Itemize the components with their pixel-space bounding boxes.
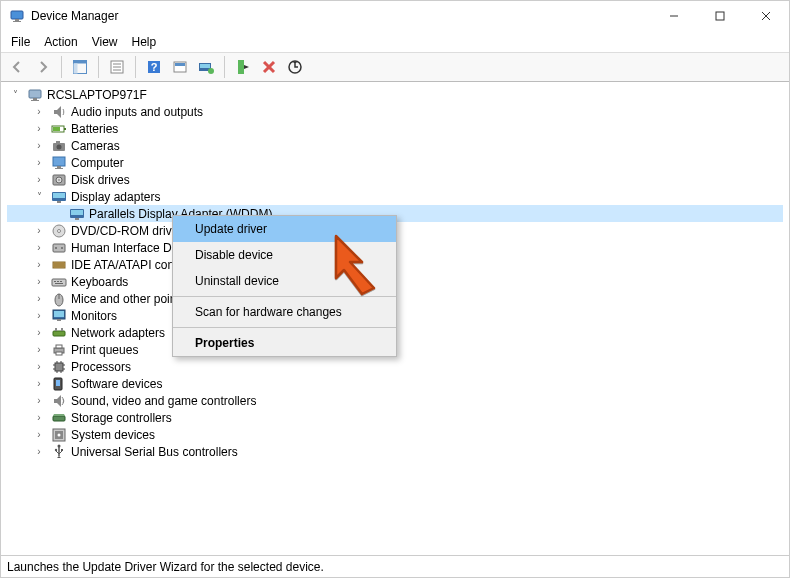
svg-rect-44 <box>71 210 83 215</box>
svg-rect-66 <box>61 328 63 331</box>
svg-rect-58 <box>55 283 63 284</box>
tree-node[interactable]: ›Cameras <box>7 137 783 154</box>
tree-node[interactable]: ›Processors <box>7 358 783 375</box>
expander-icon[interactable]: › <box>31 174 47 185</box>
help-button[interactable]: ? <box>142 55 166 79</box>
svg-rect-57 <box>60 281 62 282</box>
svg-rect-65 <box>55 328 57 331</box>
expander-icon[interactable]: › <box>31 225 47 236</box>
svg-rect-55 <box>54 281 56 282</box>
expander-icon[interactable]: ˅ <box>31 191 47 202</box>
back-button[interactable] <box>5 55 29 79</box>
expander-icon[interactable]: › <box>31 344 47 355</box>
node-label: Software devices <box>71 377 162 391</box>
svg-rect-21 <box>238 60 244 74</box>
expander-icon[interactable]: › <box>31 259 47 270</box>
maximize-button[interactable] <box>697 1 743 31</box>
node-label: Network adapters <box>71 326 165 340</box>
context-menu-item[interactable]: Scan for hardware changes <box>173 299 396 325</box>
expander-icon[interactable]: › <box>31 157 47 168</box>
svg-rect-0 <box>11 11 23 19</box>
update-driver-button[interactable] <box>194 55 218 79</box>
toolbar: ? <box>1 53 789 82</box>
menu-action[interactable]: Action <box>44 35 77 49</box>
node-label: Sound, video and game controllers <box>71 394 256 408</box>
svg-rect-1 <box>15 19 19 21</box>
svg-point-39 <box>58 179 60 181</box>
expander-icon[interactable]: › <box>31 327 47 338</box>
tree-node[interactable]: ›Audio inputs and outputs <box>7 103 783 120</box>
context-menu-separator <box>173 296 396 297</box>
svg-rect-68 <box>56 345 62 348</box>
tree-node[interactable]: ˅Display adapters <box>7 188 783 205</box>
context-menu-item[interactable]: Update driver <box>173 216 396 242</box>
properties-button[interactable] <box>105 55 129 79</box>
tree-node[interactable]: ›System devices <box>7 426 783 443</box>
expander-icon[interactable]: › <box>31 276 47 287</box>
node-label: RCSLAPTOP971F <box>47 88 147 102</box>
menu-view[interactable]: View <box>92 35 118 49</box>
battery-icon <box>51 121 67 137</box>
expander-icon[interactable]: › <box>31 412 47 423</box>
window-title: Device Manager <box>31 9 118 23</box>
app-icon <box>9 8 25 24</box>
menu-file[interactable]: File <box>11 35 30 49</box>
menu-help[interactable]: Help <box>132 35 157 49</box>
keyboard-icon <box>51 274 67 290</box>
expander-icon[interactable]: › <box>31 123 47 134</box>
context-menu-item[interactable]: Uninstall device <box>173 268 396 294</box>
tree-node[interactable]: ›Batteries <box>7 120 783 137</box>
scan-hardware-button[interactable] <box>283 55 307 79</box>
svg-rect-87 <box>61 449 63 451</box>
expander-icon[interactable]: › <box>31 242 47 253</box>
expander-icon[interactable]: › <box>31 378 47 389</box>
context-menu-item[interactable]: Properties <box>173 330 396 356</box>
svg-rect-34 <box>53 157 65 166</box>
expander-icon[interactable]: › <box>31 106 47 117</box>
node-label: DVD/CD-ROM drives <box>71 224 184 238</box>
svg-rect-69 <box>56 352 62 355</box>
forward-button[interactable] <box>31 55 55 79</box>
titlebar: Device Manager <box>1 1 789 31</box>
expander-icon[interactable]: › <box>31 361 47 372</box>
show-hide-tree-button[interactable] <box>68 55 92 79</box>
expander-icon[interactable]: › <box>31 429 47 440</box>
svg-point-32 <box>57 144 62 149</box>
svg-rect-26 <box>33 98 37 100</box>
tree-root[interactable]: ˅RCSLAPTOP971F <box>7 86 783 103</box>
computer-icon <box>51 155 67 171</box>
mouse-icon <box>51 291 67 307</box>
expander-icon[interactable]: › <box>31 310 47 321</box>
node-label: Print queues <box>71 343 138 357</box>
svg-point-86 <box>55 448 57 450</box>
svg-rect-36 <box>55 168 63 169</box>
svg-rect-51 <box>53 262 65 268</box>
svg-rect-25 <box>29 90 41 98</box>
node-label: Batteries <box>71 122 118 136</box>
tree-node[interactable]: ›Disk drives <box>7 171 783 188</box>
node-label: Processors <box>71 360 131 374</box>
tree-node[interactable]: ›Sound, video and game controllers <box>7 392 783 409</box>
expander-icon[interactable]: › <box>31 446 47 457</box>
uninstall-button[interactable] <box>257 55 281 79</box>
tree-node[interactable]: ›Computer <box>7 154 783 171</box>
dvd-icon <box>51 223 67 239</box>
tree-node[interactable]: ›Storage controllers <box>7 409 783 426</box>
svg-text:?: ? <box>151 61 158 73</box>
svg-rect-48 <box>53 244 65 252</box>
expander-icon[interactable]: › <box>31 395 47 406</box>
audio-icon <box>51 104 67 120</box>
expander-icon[interactable]: ˅ <box>7 89 23 100</box>
scan-button[interactable] <box>168 55 192 79</box>
tree-node[interactable]: ›Universal Serial Bus controllers <box>7 443 783 460</box>
svg-point-49 <box>55 247 57 249</box>
status-bar: Launches the Update Driver Wizard for th… <box>1 555 789 577</box>
enable-button[interactable] <box>231 55 255 79</box>
tree-node[interactable]: ›Software devices <box>7 375 783 392</box>
expander-icon[interactable]: › <box>31 293 47 304</box>
storage-icon <box>51 410 67 426</box>
minimize-button[interactable] <box>651 1 697 31</box>
context-menu-item[interactable]: Disable device <box>173 242 396 268</box>
close-button[interactable] <box>743 1 789 31</box>
expander-icon[interactable]: › <box>31 140 47 151</box>
